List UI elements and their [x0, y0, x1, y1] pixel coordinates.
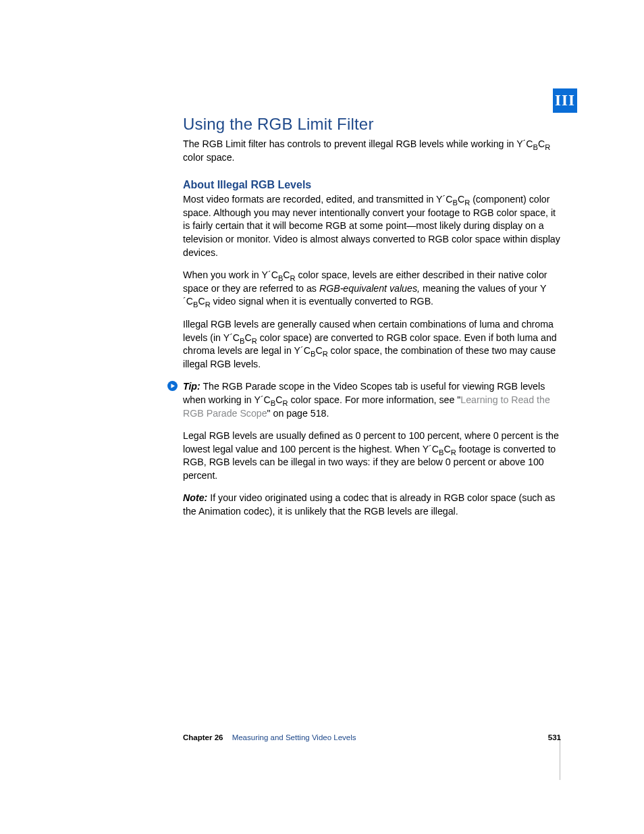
text-run: C: [458, 194, 464, 205]
text-run: color space. For more information, see ": [288, 394, 461, 405]
main-content: Using the RGB Limit Filter The RGB Limit…: [183, 115, 561, 528]
text-run: C: [283, 269, 290, 280]
body-paragraph: Most video formats are recorded, edited,…: [183, 193, 561, 259]
tip-icon: [167, 381, 178, 391]
text-run: C: [275, 394, 282, 405]
subscript-b: B: [240, 336, 244, 344]
subscript-r: R: [451, 448, 456, 457]
text-run: Most video formats are recorded, edited,…: [183, 194, 453, 205]
intro-paragraph: The RGB Limit filter has controls to pre…: [183, 138, 561, 164]
text-run: video signal when it is eventually conve…: [211, 296, 433, 307]
text-run: C: [198, 296, 205, 307]
text-run: " on page 518.: [267, 408, 329, 419]
subscript-r: R: [205, 301, 211, 309]
subscript-r: R: [252, 336, 257, 344]
part-tab: III: [553, 88, 577, 113]
subscript-r: R: [290, 274, 296, 282]
text-run: When you work in Y´C: [183, 269, 278, 280]
margin-rule: [560, 736, 560, 780]
text-run: C: [315, 345, 322, 356]
subscript-b: B: [453, 199, 458, 207]
page-number: 531: [548, 733, 561, 741]
sub-heading: About Illegal RGB Levels: [183, 179, 561, 191]
subscript-b: B: [533, 143, 538, 151]
section-heading: Using the RGB Limit Filter: [183, 115, 561, 134]
subscript-r: R: [283, 399, 288, 407]
note-label: Note:: [183, 492, 207, 503]
page-footer: Chapter 26 Measuring and Setting Video L…: [183, 733, 561, 741]
chapter-title: Measuring and Setting Video Levels: [232, 733, 356, 741]
text-run: If your video originated using a codec t…: [183, 492, 555, 517]
text-run: C: [444, 444, 450, 454]
body-paragraph: Legal RGB levels are usually defined as …: [183, 429, 561, 482]
note-paragraph: Note: If your video originated using a c…: [183, 492, 561, 518]
italic-text: RGB-equivalent values,: [319, 283, 420, 294]
text-run: C: [245, 332, 252, 343]
text-run: color space.: [183, 152, 235, 163]
subscript-r: R: [464, 199, 470, 207]
text-run: The RGB Limit filter has controls to pre…: [183, 138, 533, 149]
chapter-label: Chapter 26: [183, 733, 223, 741]
subscript-r: R: [323, 350, 328, 358]
body-paragraph: Illegal RGB levels are generally caused …: [183, 318, 561, 371]
subscript-r: R: [545, 143, 550, 151]
tip-paragraph: Tip: The RGB Parade scope in the Video S…: [183, 380, 561, 420]
text-run: C: [538, 138, 545, 149]
tip-label: Tip:: [183, 381, 200, 392]
body-paragraph: When you work in Y´CBCR color space, lev…: [183, 269, 561, 309]
